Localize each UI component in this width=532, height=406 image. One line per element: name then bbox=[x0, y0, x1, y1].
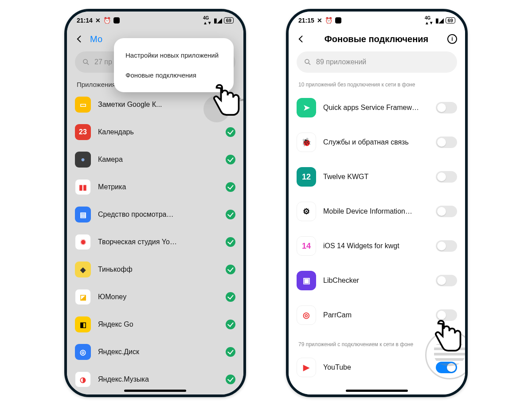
search-icon bbox=[304, 58, 312, 66]
app-name: Заметки Google К... bbox=[98, 101, 219, 109]
app-icon: ◎ bbox=[297, 305, 316, 325]
assistant-bubble[interactable]: Моби bbox=[203, 96, 230, 122]
home-indicator[interactable] bbox=[346, 390, 408, 392]
back-button[interactable] bbox=[297, 35, 305, 43]
app-name: LibChecker bbox=[323, 277, 429, 285]
app-row[interactable]: 12 Twelve KWGT bbox=[297, 160, 457, 194]
overflow-menu: Настройки новых приложений Фоновые подкл… bbox=[114, 38, 234, 92]
app-icon: ◪ bbox=[75, 289, 91, 305]
check-icon bbox=[226, 375, 235, 384]
toggle-switch[interactable] bbox=[436, 240, 457, 252]
check-icon bbox=[226, 210, 235, 219]
app-icon: ▮▮ bbox=[75, 179, 91, 195]
app-name: Яндекс.Диск bbox=[98, 348, 219, 356]
search-text: 27 пр bbox=[94, 58, 112, 66]
app-icon: ◎ bbox=[75, 344, 91, 360]
app-icon: 🐞 bbox=[297, 133, 316, 152]
status-bar: 21:15 ✕ ⏰ 4G▲▼ ▮◢ 69 bbox=[289, 12, 465, 27]
app-icon: 23 bbox=[75, 124, 91, 140]
app-row[interactable]: ◎ Яндекс.Диск bbox=[75, 338, 235, 366]
app-name: ParrCam bbox=[323, 311, 429, 319]
app-icon: ▭ bbox=[75, 97, 91, 113]
app-icon: ● bbox=[75, 152, 91, 168]
toggle-switch[interactable] bbox=[436, 171, 457, 183]
app-icon: ◑ bbox=[75, 371, 91, 387]
check-icon bbox=[226, 182, 235, 192]
page-title-partial: Мо bbox=[90, 34, 102, 44]
battery-icon: 69 bbox=[446, 17, 455, 23]
check-icon bbox=[226, 237, 235, 247]
app-row[interactable]: ◧ Яндекс Go bbox=[75, 311, 235, 338]
app-name: Календарь bbox=[98, 128, 219, 136]
app-name: Службы и обратная связь bbox=[323, 138, 429, 146]
app-name: Камера bbox=[98, 156, 219, 164]
app-icon: ▤ bbox=[75, 207, 91, 223]
app-name: Средство просмотра… bbox=[98, 211, 219, 219]
app-row[interactable]: ◪ ЮMoney bbox=[75, 283, 235, 311]
app-icon: ⚙ bbox=[297, 202, 316, 221]
app-row[interactable]: ✹ Творческая студия Yo… bbox=[75, 228, 235, 256]
alarm-icon: ⏰ bbox=[103, 17, 111, 24]
phone-left: 21:14 ✕ ⏰ 4G▲▼ ▮◢ 69 Мо 27 пр Приложения… bbox=[64, 9, 246, 397]
signal-icon: 4G▲▼ bbox=[425, 16, 434, 25]
app-row[interactable]: 14 iOS 14 Widgets for kwgt bbox=[297, 229, 457, 263]
svg-point-0 bbox=[83, 59, 87, 63]
info-button[interactable]: i bbox=[447, 34, 457, 44]
hint-off: 10 приложений без подключения к сети в ф… bbox=[289, 77, 465, 90]
app-icon: 14 bbox=[297, 236, 316, 256]
alarm-icon: ⏰ bbox=[325, 17, 332, 24]
app-name: YouTube bbox=[323, 363, 429, 371]
app-name: Quick apps Service Framew… bbox=[323, 104, 429, 112]
menu-item-background-conn[interactable]: Фоновые подключения bbox=[114, 65, 234, 85]
rect-icon bbox=[335, 17, 341, 23]
rect-icon bbox=[113, 17, 120, 23]
check-icon bbox=[226, 265, 235, 274]
app-name: Яндекс Go bbox=[98, 320, 219, 328]
dnd-icon: ✕ bbox=[317, 17, 322, 24]
apps-off-list: ➤ Quick apps Service Framew… 🐞 Службы и … bbox=[289, 90, 465, 337]
check-icon bbox=[226, 320, 235, 329]
app-row[interactable]: ◎ ParrCam bbox=[297, 298, 457, 332]
app-row[interactable]: ⚙ Mobile Device Information… bbox=[297, 194, 457, 229]
phone-right: 21:15 ✕ ⏰ 4G▲▼ ▮◢ 69 Фоновые подключения… bbox=[286, 9, 468, 397]
check-icon bbox=[226, 127, 235, 137]
app-row[interactable]: ▮▮ Метрика bbox=[75, 173, 235, 201]
toggle-switch[interactable] bbox=[436, 137, 457, 148]
battery-icon: 69 bbox=[224, 17, 234, 23]
search-bar[interactable]: 89 приложений bbox=[297, 51, 457, 73]
app-row[interactable]: ◆ Тинькофф bbox=[75, 256, 235, 283]
app-name: Метрика bbox=[98, 183, 219, 191]
toggle-switch[interactable] bbox=[436, 275, 457, 286]
status-time: 21:15 bbox=[298, 17, 314, 24]
app-row[interactable]: ◑ Яндекс.Музыка bbox=[75, 366, 235, 393]
app-row[interactable]: ▣ LibChecker bbox=[297, 263, 457, 298]
check-icon bbox=[226, 155, 235, 164]
app-icon: ▣ bbox=[297, 271, 316, 290]
app-icon: 12 bbox=[297, 167, 316, 187]
home-indicator[interactable] bbox=[124, 390, 186, 392]
toggle-switch[interactable] bbox=[436, 309, 457, 321]
app-name: iOS 14 Widgets for kwgt bbox=[323, 242, 429, 250]
app-row[interactable]: ➤ Quick apps Service Framew… bbox=[297, 90, 457, 125]
app-row[interactable]: 🐞 Службы и обратная связь bbox=[297, 125, 457, 160]
app-icon: ➤ bbox=[297, 98, 316, 117]
app-icon: ◧ bbox=[75, 316, 91, 332]
app-row[interactable]: ● Камера bbox=[75, 146, 235, 173]
app-icon: ▶ bbox=[297, 358, 316, 377]
app-name: Тинькофф bbox=[98, 265, 219, 273]
toggle-switch[interactable] bbox=[436, 102, 457, 113]
status-time: 21:14 bbox=[77, 17, 93, 24]
cell-icon: ▮◢ bbox=[214, 17, 222, 24]
app-name: Творческая студия Yo… bbox=[98, 238, 219, 246]
app-name: Яндекс.Музыка bbox=[98, 375, 219, 383]
app-row[interactable]: 23 Календарь bbox=[75, 118, 235, 146]
back-button[interactable] bbox=[75, 35, 84, 43]
search-placeholder: 89 приложений bbox=[316, 58, 366, 66]
toggle-switch[interactable] bbox=[436, 206, 457, 217]
app-row[interactable]: ▤ Средство просмотра… bbox=[75, 201, 235, 228]
menu-item-new-apps[interactable]: Настройки новых приложений bbox=[114, 45, 234, 65]
app-name: ЮMoney bbox=[98, 293, 219, 301]
check-icon bbox=[226, 347, 235, 357]
app-icon: ◆ bbox=[75, 262, 91, 277]
check-icon bbox=[226, 292, 235, 302]
